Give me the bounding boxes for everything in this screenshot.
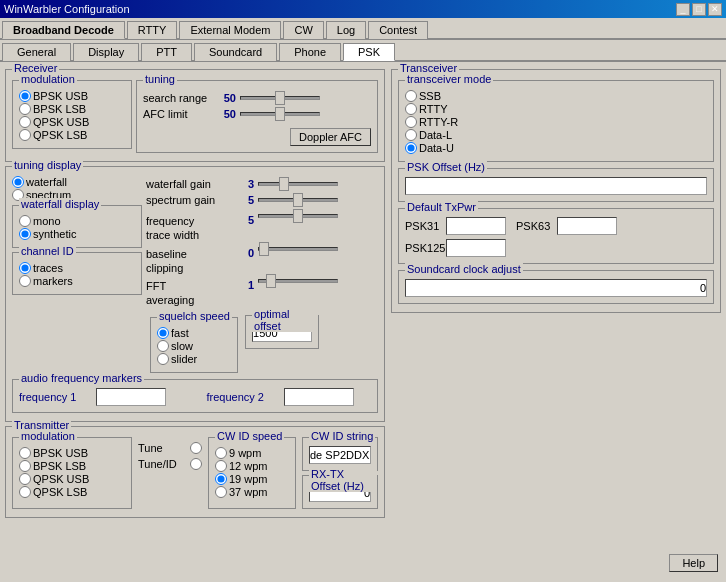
slow-label: slow	[171, 340, 231, 352]
tab-ptt[interactable]: PTT	[141, 43, 192, 61]
tx-qpsk-usb-radio[interactable]	[19, 473, 31, 485]
cw-id-string-input[interactable]	[309, 446, 371, 464]
psk-offset-input[interactable]	[405, 177, 707, 195]
freq1-label: frequency 1	[19, 391, 76, 403]
modulation-label: modulation	[19, 73, 77, 85]
search-range-slider[interactable]	[240, 96, 320, 100]
fft-averaging-slider[interactable]	[258, 279, 338, 283]
tx-bpsk-usb-radio[interactable]	[19, 447, 31, 459]
psk125-input[interactable]	[446, 239, 506, 257]
freq-trace-slider[interactable]	[258, 214, 338, 218]
tab-contest[interactable]: Contest	[368, 21, 428, 39]
slow-radio[interactable]	[157, 340, 169, 352]
synthetic-radio[interactable]	[19, 228, 31, 240]
freq2-label: frequency 2	[206, 391, 263, 403]
cw-id-speed-box: CW ID speed 9 wpm 12 wpm 19 wpm 37 wpm	[208, 437, 296, 509]
tab-display[interactable]: Display	[73, 43, 139, 61]
transceiver-mode-box: transceiver mode SSB RTTY RTTY-R Data-L …	[398, 80, 714, 162]
optimal-offset-label: optimal offset	[252, 308, 318, 332]
help-button[interactable]: Help	[669, 554, 718, 572]
tx-bpsk-lsb-radio[interactable]	[19, 460, 31, 472]
traces-radio[interactable]	[19, 262, 31, 274]
spectrum-gain-value: 5	[236, 194, 254, 206]
freq2-input[interactable]	[284, 388, 354, 406]
psk31-input[interactable]	[446, 217, 506, 235]
rtty-r-label: RTTY-R	[419, 116, 479, 128]
psk-offset-label: PSK Offset (Hz)	[405, 161, 487, 173]
markers-label: markers	[33, 275, 93, 287]
baseline-clipping-slider[interactable]	[258, 247, 338, 251]
tab-broadband-decode[interactable]: Broadband Decode	[2, 21, 125, 39]
tab-log[interactable]: Log	[326, 21, 366, 39]
transceiver-mode-label: transceiver mode	[405, 73, 493, 85]
tab-external-modem[interactable]: External Modem	[179, 21, 281, 39]
fast-radio[interactable]	[157, 327, 169, 339]
bpsk-usb-radio[interactable]	[19, 90, 31, 102]
cw-37wpm-radio[interactable]	[215, 486, 227, 498]
search-range-label: search range	[143, 92, 218, 104]
maximize-button[interactable]: □	[692, 3, 706, 16]
default-txpwr-box: Default TxPwr PSK31 PSK63 PSK125	[398, 208, 714, 264]
qpsk-lsb-radio[interactable]	[19, 129, 31, 141]
tx-qpsk-lsb-radio[interactable]	[19, 486, 31, 498]
data-u-label: Data-U	[419, 142, 479, 154]
waterfall-display-label: waterfall display	[19, 198, 101, 210]
channel-id-label: channel ID	[19, 245, 76, 257]
minimize-button[interactable]: _	[676, 3, 690, 16]
spectrum-gain-label: spectrum gain	[146, 194, 236, 206]
qpsk-lsb-label: QPSK LSB	[33, 129, 93, 141]
soundcard-clock-label: Soundcard clock adjust	[405, 263, 523, 275]
waterfall-radio[interactable]	[12, 176, 24, 188]
tuning-box: tuning search range 50 AFC limit 50	[136, 80, 378, 153]
ssb-radio[interactable]	[405, 90, 417, 102]
mono-label: mono	[33, 215, 93, 227]
rtty-r-radio[interactable]	[405, 116, 417, 128]
squelch-speed-box: squelch speed fast slow sl	[150, 317, 238, 373]
tab-psk[interactable]: PSK	[343, 43, 395, 61]
data-u-radio[interactable]	[405, 142, 417, 154]
audio-freq-markers-box: audio frequency markers frequency 1 freq…	[12, 379, 378, 413]
tab-cw[interactable]: CW	[283, 21, 323, 39]
afc-limit-slider[interactable]	[240, 112, 320, 116]
doppler-afc-button[interactable]: Doppler AFC	[290, 128, 371, 146]
fast-label: fast	[171, 327, 231, 339]
qpsk-usb-radio[interactable]	[19, 116, 31, 128]
tune-radio[interactable]	[190, 442, 202, 454]
tune-label: Tune	[138, 442, 188, 454]
qpsk-usb-label: QPSK USB	[33, 116, 93, 128]
cw-id-string-box: CW ID string	[302, 437, 378, 471]
data-l-radio[interactable]	[405, 129, 417, 141]
receiver-section: Receiver modulation BPSK USB BPSK LSB QP…	[5, 69, 385, 162]
cw-19wpm-radio[interactable]	[215, 473, 227, 485]
tab-rtty[interactable]: RTTY	[127, 21, 178, 39]
bpsk-lsb-label: BPSK LSB	[33, 103, 93, 115]
tab-phone[interactable]: Phone	[279, 43, 341, 61]
sub-tab-bar: General Display PTT Soundcard Phone PSK	[0, 40, 726, 62]
cw-12wpm-radio[interactable]	[215, 460, 227, 472]
freq1-input[interactable]	[96, 388, 166, 406]
spectrum-gain-slider[interactable]	[258, 198, 338, 202]
traces-label: traces	[33, 262, 93, 274]
rtty-radio[interactable]	[405, 103, 417, 115]
waterfall-gain-slider[interactable]	[258, 182, 338, 186]
tune-id-radio[interactable]	[190, 458, 202, 470]
mono-radio[interactable]	[19, 215, 31, 227]
markers-radio[interactable]	[19, 275, 31, 287]
soundcard-clock-input[interactable]	[405, 279, 707, 297]
cw-12wpm-label: 12 wpm	[229, 460, 289, 472]
afc-limit-label: AFC limit	[143, 108, 218, 120]
tab-soundcard[interactable]: Soundcard	[194, 43, 277, 61]
cw-9wpm-radio[interactable]	[215, 447, 227, 459]
tx-modulation-box: modulation BPSK USB BPSK LSB QPSK USB QP…	[12, 437, 132, 509]
psk63-input[interactable]	[557, 217, 617, 235]
bpsk-lsb-radio[interactable]	[19, 103, 31, 115]
search-range-value: 50	[218, 92, 236, 104]
tab-general[interactable]: General	[2, 43, 71, 61]
freq-trace-label: frequencytrace width	[146, 214, 236, 243]
cw-9wpm-label: 9 wpm	[229, 447, 289, 459]
waterfall-gain-value: 3	[236, 178, 254, 190]
slider-radio[interactable]	[157, 353, 169, 365]
title-bar: WinWarbler Configuration _ □ ✕	[0, 0, 726, 18]
data-l-label: Data-L	[419, 129, 479, 141]
close-button[interactable]: ✕	[708, 3, 722, 16]
